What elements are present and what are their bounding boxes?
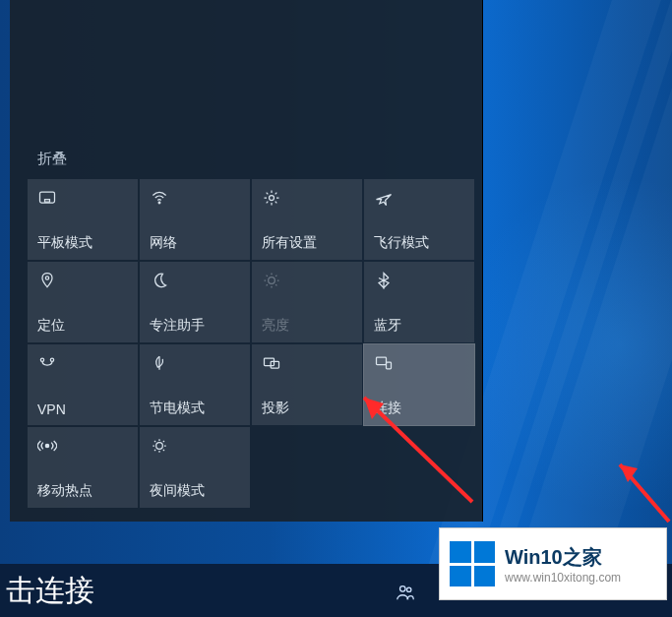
airplane-icon — [374, 185, 466, 211]
svg-rect-0 — [40, 192, 55, 203]
tile-tablet-mode[interactable]: 平板模式 — [28, 179, 138, 260]
moon-icon — [150, 268, 242, 293]
tile-location[interactable]: 定位 — [28, 262, 138, 342]
tile-battery-saver[interactable]: 节电模式 — [140, 344, 250, 425]
svg-point-7 — [50, 358, 53, 361]
location-icon — [37, 268, 130, 293]
tile-focus-assist[interactable]: 专注助手 — [140, 262, 250, 342]
nightlight-icon — [150, 433, 242, 459]
annotation-caption: 击连接 — [6, 571, 94, 611]
tile-network[interactable]: 网络 — [140, 179, 250, 260]
tile-label: 蓝牙 — [374, 317, 401, 335]
watermark-url: www.win10xitong.com — [505, 571, 621, 585]
svg-rect-9 — [271, 361, 278, 368]
tile-label: 网络 — [150, 234, 177, 252]
collapse-toggle[interactable]: 折叠 — [37, 150, 67, 168]
watermark-box: Win10之家 www.win10xitong.com — [440, 528, 666, 599]
vpn-icon — [37, 350, 130, 376]
svg-point-2 — [158, 202, 160, 204]
tile-label: 飞行模式 — [374, 234, 429, 252]
tile-airplane-mode[interactable]: 飞行模式 — [364, 179, 474, 260]
leaf-icon — [150, 350, 242, 376]
svg-point-12 — [45, 444, 48, 447]
svg-point-6 — [40, 358, 43, 361]
svg-point-3 — [270, 196, 275, 201]
annotation-arrow-2 — [610, 453, 672, 531]
svg-rect-1 — [45, 200, 50, 203]
svg-rect-10 — [377, 357, 387, 365]
annotation-arrow-1 — [335, 374, 492, 512]
svg-rect-11 — [387, 362, 392, 369]
tile-all-settings[interactable]: 所有设置 — [252, 179, 362, 260]
people-icon[interactable] — [395, 582, 416, 607]
tile-label: 亮度 — [262, 317, 289, 335]
tile-label: 投影 — [262, 400, 289, 417]
tile-label: 移动热点 — [37, 482, 92, 500]
svg-point-5 — [269, 278, 275, 284]
tile-mobile-hotspot[interactable]: 移动热点 — [28, 427, 138, 508]
svg-point-17 — [406, 587, 410, 591]
tile-night-light[interactable]: 夜间模式 — [140, 427, 250, 508]
tile-label: 专注助手 — [150, 317, 205, 335]
sun-icon — [262, 268, 354, 293]
tile-label: 平板模式 — [37, 234, 92, 252]
gear-icon — [262, 185, 354, 211]
wifi-icon — [150, 185, 242, 211]
tile-vpn[interactable]: VPN — [28, 344, 138, 425]
windows-logo-icon — [450, 541, 495, 586]
svg-point-13 — [156, 443, 163, 450]
hotspot-icon — [37, 433, 130, 459]
tablet-icon — [37, 185, 130, 211]
tile-label: 节电模式 — [150, 400, 205, 417]
svg-point-16 — [400, 586, 406, 592]
watermark-title: Win10之家 — [505, 544, 621, 571]
bluetooth-icon — [374, 268, 466, 293]
tile-bluetooth[interactable]: 蓝牙 — [364, 262, 474, 342]
tile-brightness[interactable]: 亮度 — [252, 262, 362, 342]
tile-label: 所有设置 — [262, 234, 317, 252]
connect-icon — [374, 350, 466, 376]
svg-point-4 — [45, 277, 48, 279]
project-icon — [262, 350, 354, 376]
tile-label: 定位 — [37, 317, 65, 335]
tile-label: 夜间模式 — [150, 482, 205, 500]
tile-label: VPN — [37, 401, 66, 417]
